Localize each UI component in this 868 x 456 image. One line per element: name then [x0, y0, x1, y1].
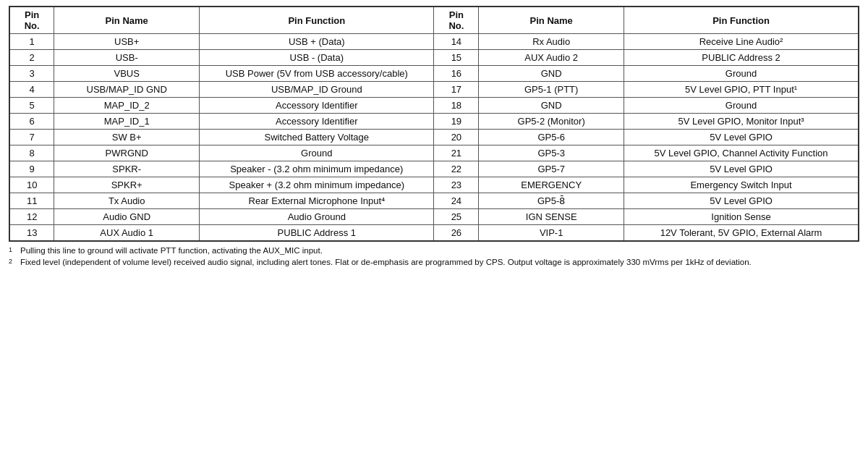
cell-func2: 5V Level GPIO, Monitor Input³ — [624, 114, 859, 130]
cell-pin1: 6 — [9, 114, 54, 130]
cell-func2: Ground — [624, 66, 859, 82]
footnote-1-text: Pulling this line to ground will activat… — [20, 246, 323, 255]
cell-pin2: 18 — [434, 98, 479, 114]
table-row: 10SPKR+Speaker + (3.2 ohm minimum impeda… — [9, 177, 859, 193]
cell-pin1: 5 — [9, 98, 54, 114]
cell-pin2: 20 — [434, 130, 479, 145]
header-pin-name-1: Pin Name — [54, 7, 200, 34]
footnote-1: 1 Pulling this line to ground will activ… — [9, 246, 859, 256]
table-row: 12Audio GNDAudio Ground25IGN SENSEIgniti… — [9, 209, 859, 225]
cell-func1: Speaker - (3.2 ohm minimum impedance) — [200, 161, 434, 177]
table-row: 2USB-USB - (Data)15AUX Audio 2PUBLIC Add… — [9, 50, 859, 66]
cell-pin1: 9 — [9, 161, 54, 177]
cell-pin2: 19 — [434, 114, 479, 130]
cell-pin2: 21 — [434, 145, 479, 161]
table-row: 8PWRGNDGround21GP5-35V Level GPIO, Chann… — [9, 145, 859, 161]
cell-func2: Ignition Sense — [624, 209, 859, 225]
table-row: 5MAP_ID_2Accessory Identifier18GNDGround — [9, 98, 859, 114]
footnote-2: 2 Fixed level (independent of volume lev… — [9, 258, 859, 268]
cell-name2: GP5-8̄ — [479, 193, 624, 209]
footnote-1-num: 1 — [9, 246, 19, 256]
cell-func2: 5V Level GPIO — [624, 161, 859, 177]
cell-name1: USB- — [54, 50, 200, 66]
cell-name1: SW B+ — [54, 130, 200, 145]
cell-name2: GND — [479, 66, 624, 82]
cell-pin1: 2 — [9, 50, 54, 66]
cell-func2: 5V Level GPIO, Channel Activity Function — [624, 145, 859, 161]
cell-func2: Ground — [624, 98, 859, 114]
table-row: 3VBUSUSB Power (5V from USB accessory/ca… — [9, 66, 859, 82]
pin-table: PinNo. Pin Name Pin Function PinNo. Pin … — [9, 6, 859, 242]
cell-pin1: 4 — [9, 82, 54, 98]
cell-name2: GP5-3 — [479, 145, 624, 161]
cell-func1: Accessory Identifier — [200, 98, 434, 114]
cell-name2: AUX Audio 2 — [479, 50, 624, 66]
cell-pin1: 11 — [9, 193, 54, 209]
cell-pin1: 1 — [9, 34, 54, 50]
cell-name1: MAP_ID_1 — [54, 114, 200, 130]
cell-name2: GP5-6 — [479, 130, 624, 145]
cell-func2: 5V Level GPIO, PTT Input¹ — [624, 82, 859, 98]
cell-name2: EMERGENCY — [479, 177, 624, 193]
cell-func1: Ground — [200, 145, 434, 161]
footnote-2-num: 2 — [9, 258, 19, 268]
cell-func1: USB - (Data) — [200, 50, 434, 66]
cell-name1: SPKR- — [54, 161, 200, 177]
cell-func1: PUBLIC Address 1 — [200, 225, 434, 242]
table-row: 13AUX Audio 1PUBLIC Address 126VIP-112V … — [9, 225, 859, 242]
cell-func1: Audio Ground — [200, 209, 434, 225]
cell-name1: Audio GND — [54, 209, 200, 225]
cell-func1: USB Power (5V from USB accessory/cable) — [200, 66, 434, 82]
cell-func2: Emergency Switch Input — [624, 177, 859, 193]
cell-func1: USB/MAP_ID Ground — [200, 82, 434, 98]
cell-func1: Speaker + (3.2 ohm minimum impedance) — [200, 177, 434, 193]
cell-name1: AUX Audio 1 — [54, 225, 200, 242]
header-pin-no-1: PinNo. — [9, 7, 54, 34]
cell-name1: USB/MAP_ID GND — [54, 82, 200, 98]
cell-name1: USB+ — [54, 34, 200, 50]
header-pin-func-1: Pin Function — [200, 7, 434, 34]
cell-name2: GND — [479, 98, 624, 114]
cell-pin1: 13 — [9, 225, 54, 242]
cell-name2: GP5-1 (PTT) — [479, 82, 624, 98]
cell-pin2: 17 — [434, 82, 479, 98]
cell-name1: PWRGND — [54, 145, 200, 161]
table-row: 4USB/MAP_ID GNDUSB/MAP_ID Ground17GP5-1 … — [9, 82, 859, 98]
cell-pin2: 26 — [434, 225, 479, 242]
cell-name2: VIP-1 — [479, 225, 624, 242]
cell-func1: Accessory Identifier — [200, 114, 434, 130]
cell-pin2: 16 — [434, 66, 479, 82]
cell-func2: Receive Line Audio² — [624, 34, 859, 50]
cell-name2: IGN SENSE — [479, 209, 624, 225]
cell-func2: 5V Level GPIO — [624, 130, 859, 145]
cell-pin2: 14 — [434, 34, 479, 50]
cell-pin1: 10 — [9, 177, 54, 193]
cell-pin1: 8 — [9, 145, 54, 161]
cell-name2: Rx Audio — [479, 34, 624, 50]
cell-func1: Rear External Microphone Input⁴ — [200, 193, 434, 209]
header-pin-func-2: Pin Function — [624, 7, 859, 34]
table-row: 7SW B+Switched Battery Voltage20GP5-65V … — [9, 130, 859, 145]
cell-name1: MAP_ID_2 — [54, 98, 200, 114]
cell-name2: GP5-2 (Monitor) — [479, 114, 624, 130]
cell-name1: VBUS — [54, 66, 200, 82]
cell-name1: SPKR+ — [54, 177, 200, 193]
cell-pin2: 22 — [434, 161, 479, 177]
cell-func1: Switched Battery Voltage — [200, 130, 434, 145]
cell-func2: 5V Level GPIO — [624, 193, 859, 209]
table-row: 9SPKR-Speaker - (3.2 ohm minimum impedan… — [9, 161, 859, 177]
cell-name1: Tx Audio — [54, 193, 200, 209]
table-row: 1USB+USB + (Data)14Rx AudioReceive Line … — [9, 34, 859, 50]
table-row: 6MAP_ID_1Accessory Identifier19GP5-2 (Mo… — [9, 114, 859, 130]
cell-pin2: 24 — [434, 193, 479, 209]
cell-name2: GP5-7 — [479, 161, 624, 177]
footnote-2-text: Fixed level (independent of volume level… — [20, 258, 752, 266]
cell-pin2: 23 — [434, 177, 479, 193]
cell-pin2: 15 — [434, 50, 479, 66]
table-row: 11Tx AudioRear External Microphone Input… — [9, 193, 859, 209]
header-pin-no-2: PinNo. — [434, 7, 479, 34]
cell-pin1: 12 — [9, 209, 54, 225]
cell-pin1: 7 — [9, 130, 54, 145]
cell-func1: USB + (Data) — [200, 34, 434, 50]
cell-pin1: 3 — [9, 66, 54, 82]
